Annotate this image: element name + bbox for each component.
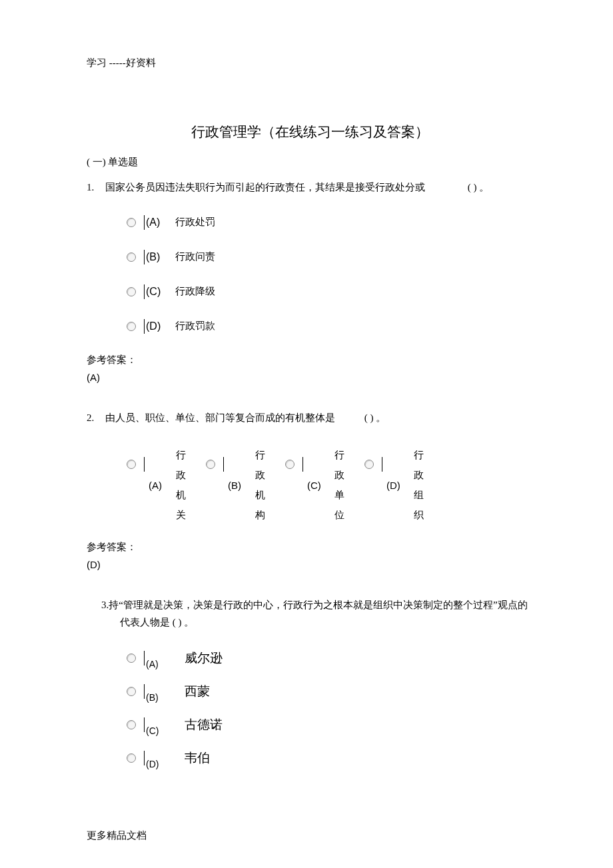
option-text: 行政机关: [175, 445, 186, 525]
divider-bar: [144, 751, 145, 765]
section-label: ( 一) 单选题: [87, 156, 533, 169]
option-letter: (C): [146, 725, 173, 736]
answer-value: (D): [87, 559, 533, 570]
question-3: 3.持“管理就是决策，决策是行政的中心，行政行为之根本就是组织中决策制定的整个过…: [87, 597, 533, 769]
option-b[interactable]: (B) 西蒙: [127, 683, 533, 703]
question-3-options: (A) 威尔逊 (B) 西蒙 (C) 古德诺: [127, 650, 533, 769]
document-page: 学习 -----好资料 行政管理学（在线练习一练习及答案） ( 一) 单选题 1…: [0, 0, 613, 868]
option-a[interactable]: (A) 威尔逊: [127, 650, 533, 669]
radio-icon[interactable]: [127, 753, 136, 763]
option-letter: (A): [146, 659, 173, 669]
option-letter: (D): [386, 480, 401, 491]
question-2: 2.由人员、职位、单位、部门等复合而成的有机整体是 ( ) 。 (A) 行政机关: [87, 410, 533, 571]
divider-bar: [382, 457, 382, 472]
question-number: 2.: [87, 410, 105, 427]
option-text: 行政问责: [175, 250, 215, 263]
radio-icon[interactable]: [285, 460, 295, 469]
radio-icon[interactable]: [127, 287, 136, 296]
option-letter: (A): [146, 217, 175, 228]
divider-bar: [303, 457, 303, 472]
question-stem: 由人员、职位、单位、部门等复合而成的有机整体是: [105, 412, 335, 423]
option-c[interactable]: (C) 古德诺: [127, 716, 533, 736]
answer-block: 参考答案： (D): [87, 541, 533, 570]
radio-icon[interactable]: [364, 460, 374, 469]
option-text: 行政组织: [413, 445, 424, 525]
option-text: 西蒙: [185, 683, 210, 703]
option-d[interactable]: (D) 韦伯: [127, 749, 533, 769]
answer-block: 参考答案： (A): [87, 354, 533, 383]
radio-icon[interactable]: [206, 460, 215, 469]
divider-bar: [144, 717, 145, 732]
option-c[interactable]: (C) 行政降级: [127, 284, 533, 299]
document-title: 行政管理学（在线练习一练习及答案）: [87, 123, 533, 141]
radio-icon[interactable]: [127, 252, 136, 262]
option-letter: (C): [146, 286, 175, 298]
question-1-options: (A) 行政处罚 (B) 行政问责 (C) 行政降级 (D) 行政罚款: [127, 215, 533, 334]
option-b[interactable]: (B) 行政问责: [127, 250, 533, 264]
question-1-text: 1.国家公务员因违法失职行为而引起的行政责任，其结果是接受行政处分或 ( ) 。: [87, 179, 533, 197]
option-a[interactable]: (A) 行政处罚: [127, 215, 533, 230]
option-text: 行政罚款: [175, 320, 215, 332]
divider-bar: [144, 250, 145, 264]
footer-note: 更多精品文档: [87, 829, 533, 842]
option-letter: (C): [307, 480, 322, 491]
option-letter: (B): [146, 692, 173, 703]
divider-bar: [144, 215, 145, 230]
question-blank: ( ) 。: [468, 182, 490, 193]
radio-icon[interactable]: [127, 720, 136, 729]
divider-bar: [144, 319, 145, 334]
option-text: 韦伯: [185, 749, 210, 769]
question-2-options: (A) 行政机关 (B) 行政机构 (C: [127, 445, 533, 525]
option-text: 行政单位: [334, 445, 344, 525]
answer-label: 参考答案：: [87, 354, 533, 366]
option-c[interactable]: (C) 行政单位: [285, 445, 344, 525]
radio-icon[interactable]: [127, 218, 136, 227]
option-text: 威尔逊: [185, 650, 223, 669]
option-letter: (D): [146, 320, 175, 332]
radio-icon[interactable]: [127, 322, 136, 331]
question-1: 1.国家公务员因违法失职行为而引起的行政责任，其结果是接受行政处分或 ( ) 。…: [87, 179, 533, 383]
option-letter: (B): [228, 480, 243, 491]
divider-bar: [144, 684, 145, 699]
option-text: 行政处罚: [175, 216, 215, 228]
header-note: 学习 -----好资料: [87, 57, 533, 69]
option-text: 行政机构: [255, 445, 265, 525]
divider-bar: [144, 651, 145, 665]
divider-bar: [144, 284, 145, 299]
radio-icon[interactable]: [127, 460, 136, 469]
question-number: 3.: [101, 600, 109, 610]
option-d[interactable]: (D) 行政组织: [364, 445, 424, 525]
divider-bar: [223, 457, 224, 472]
option-d[interactable]: (D) 行政罚款: [127, 319, 533, 334]
question-3-text: 3.持“管理就是决策，决策是行政的中心，行政行为之根本就是组织中决策制定的整个过…: [87, 597, 533, 631]
divider-bar: [144, 457, 145, 472]
option-text: 古德诺: [185, 716, 223, 736]
radio-icon[interactable]: [127, 687, 136, 696]
radio-icon[interactable]: [127, 653, 136, 663]
question-2-text: 2.由人员、职位、单位、部门等复合而成的有机整体是 ( ) 。: [87, 410, 533, 427]
option-a[interactable]: (A) 行政机关: [127, 445, 186, 525]
question-stem: 国家公务员因违法失职行为而引起的行政责任，其结果是接受行政处分或: [105, 182, 425, 193]
answer-label: 参考答案：: [87, 541, 533, 554]
option-b[interactable]: (B) 行政机构: [206, 445, 265, 525]
question-blank: ( ) 。: [364, 412, 386, 423]
question-number: 1.: [87, 179, 105, 197]
option-letter: (D): [146, 759, 173, 769]
option-letter: (B): [146, 251, 175, 263]
question-stem: 持“管理就是决策，决策是行政的中心，行政行为之根本就是组织中决策制定的整个过程”…: [109, 600, 527, 628]
answer-value: (A): [87, 372, 533, 383]
option-letter: (A): [149, 480, 163, 491]
option-text: 行政降级: [175, 285, 215, 298]
